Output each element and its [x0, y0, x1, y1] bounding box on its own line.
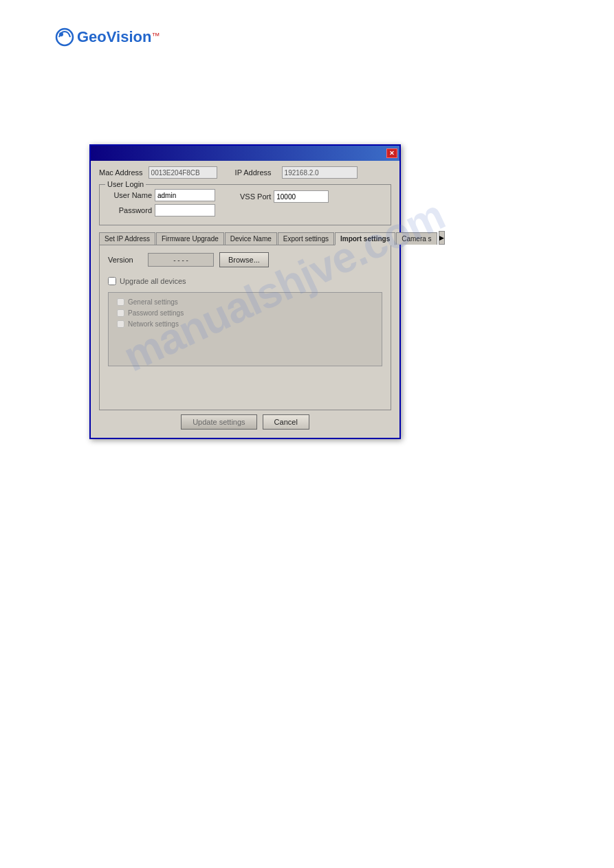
password-label: Password — [105, 206, 152, 214]
mac-address-label: Mac Address — [99, 168, 143, 177]
upgrade-all-row: Upgrade all devices — [108, 277, 382, 285]
network-settings-label: Network settings — [128, 320, 179, 328]
dialog-content: Mac Address IP Address User Login User N… — [91, 161, 399, 438]
mac-address-input[interactable] — [149, 166, 217, 179]
version-row: Version Browse... — [108, 252, 382, 267]
tab-camera[interactable]: Camera s — [396, 232, 437, 245]
general-settings-checkbox[interactable] — [117, 298, 124, 306]
logo-area: GeoVision™ — [55, 27, 160, 47]
tab-import-settings[interactable]: Import settings — [335, 232, 395, 245]
username-input[interactable] — [155, 189, 215, 201]
ip-address-input[interactable] — [282, 166, 358, 179]
upgrade-all-checkbox[interactable] — [108, 277, 116, 285]
tab-firmware[interactable]: Firmware Upgrade — [156, 232, 224, 245]
mac-ip-row: Mac Address IP Address — [99, 166, 391, 179]
vss-port-input[interactable] — [274, 190, 329, 203]
user-login-group: User Login User Name Password VSS Port — [99, 184, 391, 225]
dialog-window: ✕ Mac Address IP Address User Login User… — [89, 144, 401, 439]
username-label: User Name — [105, 191, 152, 199]
logo-text: GeoVision™ — [77, 28, 160, 46]
general-settings-label: General settings — [128, 298, 178, 306]
vss-port-label: VSS Port — [240, 192, 271, 201]
password-settings-label: Password settings — [128, 309, 184, 317]
version-input[interactable] — [148, 253, 214, 267]
user-login-legend: User Login — [105, 180, 146, 188]
password-settings-row: Password settings — [117, 309, 373, 317]
cancel-button[interactable]: Cancel — [263, 414, 309, 430]
tab-content-import-settings: Version Browse... Upgrade all devices Ge… — [99, 245, 391, 410]
password-settings-checkbox[interactable] — [117, 309, 124, 317]
username-row: User Name — [105, 189, 215, 201]
close-button[interactable]: ✕ — [386, 148, 397, 158]
geovision-logo-icon — [55, 27, 74, 47]
browse-button[interactable]: Browse... — [219, 252, 269, 267]
network-settings-checkbox[interactable] — [117, 320, 124, 328]
tabs-row: Set IP Address Firmware Upgrade Device N… — [99, 231, 391, 245]
network-settings-row: Network settings — [117, 320, 373, 328]
ip-address-label: IP Address — [235, 168, 276, 177]
tab-device-name[interactable]: Device Name — [225, 232, 277, 245]
password-row: Password — [105, 204, 215, 216]
upgrade-all-label: Upgrade all devices — [120, 277, 186, 285]
version-label: Version — [108, 256, 142, 264]
password-input[interactable] — [155, 204, 215, 216]
settings-box: General settings Password settings Netwo… — [108, 292, 382, 366]
general-settings-row: General settings — [117, 298, 373, 306]
tab-export-settings[interactable]: Export settings — [278, 232, 334, 245]
tab-set-ip[interactable]: Set IP Address — [99, 232, 155, 245]
bottom-buttons: Update settings Cancel — [99, 410, 391, 432]
title-bar: ✕ — [91, 146, 399, 161]
update-settings-button[interactable]: Update settings — [181, 414, 256, 430]
svg-point-1 — [59, 32, 63, 36]
tab-scroll-button[interactable]: ▶ — [439, 231, 445, 245]
